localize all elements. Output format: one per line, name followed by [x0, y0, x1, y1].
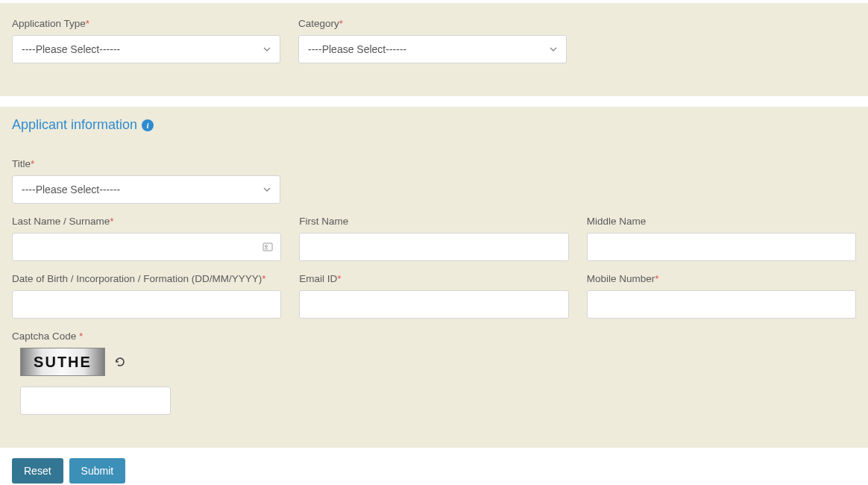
applicant-info-section: Title* ----Please Select------ Last Name…	[0, 143, 868, 448]
firstname-input[interactable]	[299, 233, 568, 261]
required-marker: *	[86, 18, 89, 29]
dob-group: Date of Birth / Incorporation / Formatio…	[12, 273, 281, 319]
chevron-down-icon	[263, 46, 271, 53]
application-type-group: Application Type* ----Please Select-----…	[12, 18, 280, 63]
email-group: Email ID*	[299, 273, 568, 319]
lastname-input[interactable]	[12, 233, 281, 261]
middlename-group: Middle Name	[587, 216, 856, 261]
middlename-label: Middle Name	[587, 216, 856, 227]
mobile-input[interactable]	[587, 290, 856, 319]
section-title-text: Applicant information	[12, 117, 137, 133]
title-label: Title*	[12, 158, 280, 169]
info-icon[interactable]: i	[142, 119, 154, 131]
application-type-label: Application Type*	[12, 18, 280, 29]
submit-button[interactable]: Submit	[69, 458, 126, 484]
dob-input[interactable]	[12, 290, 281, 319]
required-marker: *	[31, 158, 34, 169]
svg-rect-0	[263, 243, 272, 251]
svg-point-1	[265, 245, 268, 248]
firstname-label: First Name	[299, 216, 568, 227]
applicant-info-header: Applicant information i	[0, 107, 868, 143]
required-marker: *	[262, 273, 265, 284]
email-label: Email ID*	[299, 273, 568, 284]
captcha-image: SUTHE	[20, 348, 105, 376]
category-value: ----Please Select------	[308, 43, 406, 55]
category-group: Category* ----Please Select------	[298, 18, 567, 63]
chevron-down-icon	[550, 46, 557, 53]
contact-card-icon	[262, 241, 274, 253]
email-input[interactable]	[299, 290, 568, 319]
form-actions: Reset Submit	[0, 458, 868, 485]
mobile-group: Mobile Number*	[587, 273, 856, 319]
title-select[interactable]: ----Please Select------	[12, 175, 280, 204]
title-value: ----Please Select------	[22, 184, 120, 195]
dob-label: Date of Birth / Incorporation / Formatio…	[12, 273, 281, 284]
required-marker: *	[79, 331, 83, 342]
application-type-section: Application Type* ----Please Select-----…	[0, 3, 868, 96]
application-type-value: ----Please Select------	[22, 43, 120, 55]
reset-button[interactable]: Reset	[12, 458, 63, 484]
required-marker: *	[339, 18, 343, 29]
required-marker: *	[655, 273, 658, 284]
title-group: Title* ----Please Select------	[12, 158, 280, 204]
refresh-icon[interactable]	[114, 356, 126, 368]
captcha-input[interactable]	[20, 387, 171, 415]
firstname-group: First Name	[299, 216, 568, 261]
required-marker: *	[110, 216, 113, 227]
captcha-label: Captcha Code *	[12, 331, 310, 342]
category-select[interactable]: ----Please Select------	[298, 35, 567, 63]
captcha-group: Captcha Code * SUTHE	[12, 331, 310, 415]
application-type-select[interactable]: ----Please Select------	[12, 35, 280, 63]
middlename-input[interactable]	[587, 233, 856, 261]
category-label: Category*	[298, 18, 567, 29]
required-marker: *	[337, 273, 341, 284]
chevron-down-icon	[263, 186, 271, 193]
mobile-label: Mobile Number*	[587, 273, 856, 284]
lastname-label: Last Name / Surname*	[12, 216, 281, 227]
lastname-group: Last Name / Surname*	[12, 216, 281, 261]
